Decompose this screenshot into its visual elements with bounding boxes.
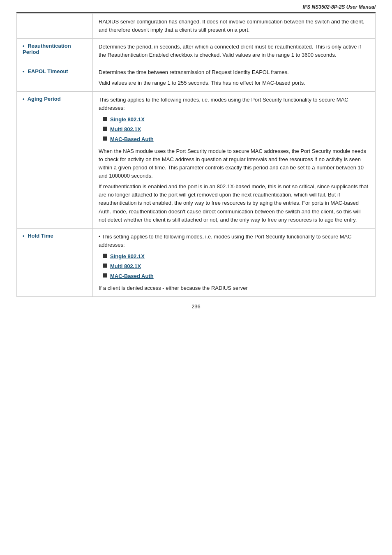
holdtime-extra: If a client is denied access - either be…	[99, 284, 369, 292]
bullet-icon: •	[23, 43, 25, 49]
radius-intro-text: RADIUS server configuration has changed.…	[99, 18, 369, 34]
desc-cell-holdtime: • This setting applies to the following …	[93, 228, 376, 296]
term-cell-reauth: • Reauthentication Period	[17, 39, 93, 64]
page-number: 236	[191, 303, 201, 310]
term-cell-aging: • Aging Period	[17, 91, 93, 228]
aging-mode-2: Multi 802.1X	[110, 125, 141, 134]
bullet-icon: •	[23, 233, 25, 239]
square-bullet-icon	[103, 273, 107, 278]
list-item: MAC-Based Auth	[103, 135, 369, 143]
term-cell-holdtime: • Hold Time	[17, 228, 93, 296]
square-bullet-icon	[103, 254, 107, 258]
holdtime-mode-1: Single 802.1X	[110, 252, 145, 261]
holdtime-mode-2: Multi 802.1X	[110, 262, 141, 271]
table-row: • Aging Period This setting applies to t…	[17, 91, 376, 228]
holdtime-bullet-list: Single 802.1X Multi 802.1X MAC-Based Aut…	[103, 252, 369, 280]
list-item: MAC-Based Auth	[103, 272, 369, 280]
table-row: • EAPOL Timeout Determines the time betw…	[17, 64, 376, 91]
aging-intro: This setting applies to the following mo…	[99, 96, 369, 112]
square-bullet-icon	[103, 127, 107, 131]
page-wrapper: IFS NS3502-8P-2S User Manual RADIUS serv…	[0, 0, 392, 555]
page-footer: 236	[16, 301, 376, 310]
square-bullet-icon	[103, 264, 107, 268]
aging-mode-3: MAC-Based Auth	[110, 135, 154, 143]
table-row: • Reauthentication Period Determines the…	[17, 39, 376, 64]
holdtime-term-label: Hold Time	[28, 233, 53, 239]
aging-desc-2: If reauthentication is enabled and the p…	[99, 183, 369, 224]
eapol-term-label: EAPOL Timeout	[28, 68, 68, 74]
term-cell-eapol: • EAPOL Timeout	[17, 64, 93, 91]
aging-desc-1: When the NAS module uses the Port Securi…	[99, 147, 369, 180]
list-item: Multi 802.1X	[103, 262, 369, 271]
aging-term-label: Aging Period	[28, 96, 61, 102]
page-header: IFS NS3502-8P-2S User Manual	[16, 4, 376, 13]
desc-cell-reauth: Determines the period, in seconds, after…	[93, 39, 376, 64]
bullet-icon: •	[23, 68, 25, 74]
reauth-desc: Determines the period, in seconds, after…	[99, 43, 369, 59]
holdtime-mode-3: MAC-Based Auth	[110, 272, 154, 280]
inline-bullet-icon: •	[99, 234, 101, 240]
content-table: RADIUS server configuration has changed.…	[16, 13, 376, 297]
aging-bullet-list: Single 802.1X Multi 802.1X MAC-Based Aut…	[103, 116, 369, 143]
square-bullet-icon	[103, 117, 107, 121]
bullet-icon: •	[23, 96, 25, 102]
eapol-desc-2: Valid values are in the range 1 to 255 s…	[99, 79, 369, 87]
eapol-desc-1: Determines the time between retransmissi…	[99, 68, 369, 76]
list-item: Multi 802.1X	[103, 125, 369, 134]
holdtime-intro: • This setting applies to the following …	[99, 233, 369, 249]
aging-mode-1: Single 802.1X	[110, 116, 145, 124]
table-row: RADIUS server configuration has changed.…	[17, 14, 376, 39]
term-cell-radius-intro	[17, 14, 93, 39]
reauth-term-label: Reauthentication Period	[23, 43, 71, 55]
desc-cell-eapol: Determines the time between retransmissi…	[93, 64, 376, 91]
list-item: Single 802.1X	[103, 252, 369, 261]
table-row: • Hold Time • This setting applies to th…	[17, 228, 376, 296]
square-bullet-icon	[103, 136, 107, 141]
list-item: Single 802.1X	[103, 116, 369, 124]
desc-cell-radius-intro: RADIUS server configuration has changed.…	[93, 14, 376, 39]
header-title: IFS NS3502-8P-2S User Manual	[303, 4, 376, 10]
desc-cell-aging: This setting applies to the following mo…	[93, 91, 376, 228]
